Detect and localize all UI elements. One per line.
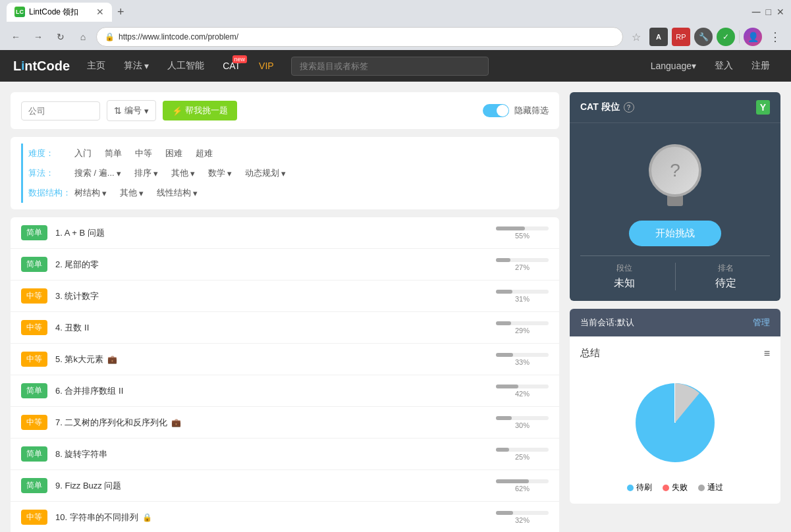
register-button[interactable]: 注册 <box>744 56 778 76</box>
progress-bar: 27% <box>496 258 549 271</box>
reload-button[interactable]: ↻ <box>51 28 70 46</box>
table-row[interactable]: 中等7. 二叉树的序列化和反序列化 💼 30% <box>11 407 559 439</box>
table-row[interactable]: 简单6. 合并排序数组 II 42% <box>11 375 559 407</box>
filter-ds-1[interactable]: 其他▾ <box>120 187 144 199</box>
progress-bar: 62% <box>496 479 549 492</box>
tab-close-button[interactable]: ✕ <box>96 7 104 17</box>
separator <box>739 30 740 43</box>
site-nav: LintCode 主页 算法▾ 人工智能 CAT new VIP Languag… <box>0 50 791 82</box>
nav-vip[interactable]: VIP <box>251 50 282 82</box>
nav-search[interactable] <box>291 57 489 76</box>
progress-bar: 25% <box>496 448 549 461</box>
ext-icon-4[interactable]: ✓ <box>717 28 735 46</box>
nav-ai[interactable]: 人工智能 <box>159 50 212 82</box>
search-input[interactable] <box>291 57 489 76</box>
legend-failed: 失败 <box>663 482 688 493</box>
company-input[interactable] <box>21 101 100 120</box>
cat-position-value: 待定 <box>682 277 771 290</box>
forward-button[interactable]: → <box>29 28 47 46</box>
hide-filter-toggle[interactable]: 隐藏筛选 <box>483 104 549 117</box>
summary-menu-icon[interactable]: ≡ <box>764 348 770 359</box>
session-card: 当前会话:默认 管理 总结 ≡ <box>570 309 780 504</box>
toggle-switch[interactable] <box>483 104 509 117</box>
problem-title: 2. 尾部的零 <box>55 259 496 271</box>
filter-ds-2[interactable]: 线性结构▾ <box>157 187 198 199</box>
home-button[interactable]: ⌂ <box>74 28 92 46</box>
session-manage-button[interactable]: 管理 <box>753 317 770 329</box>
site-logo[interactable]: LintCode <box>13 59 70 74</box>
difficulty-badge: 简单 <box>21 383 47 398</box>
profile-icon[interactable]: 👤 <box>744 28 762 46</box>
start-challenge-button[interactable]: 开始挑战 <box>629 221 721 246</box>
table-row[interactable]: 简单9. Fizz Buzz 问题 62% <box>11 470 559 502</box>
left-panel: ⇅ 编号 ▾ ⚡ 帮我挑一题 隐藏筛选 难度： 入门 简单 <box>11 92 559 532</box>
data-structure-label: 数据结构： <box>28 187 74 199</box>
table-row[interactable]: 中等5. 第k大元素 💼 33% <box>11 344 559 375</box>
new-tab-button[interactable]: + <box>112 5 130 19</box>
sort-button[interactable]: ⇅ 编号 ▾ <box>107 100 156 121</box>
difficulty-badge: 中等 <box>21 510 47 525</box>
minimize-button[interactable]: ─ <box>752 5 761 19</box>
filter-algo-0[interactable]: 搜索 / 遍...▾ <box>74 167 121 179</box>
nav-home[interactable]: 主页 <box>79 50 113 82</box>
filter-algo-4[interactable]: 动态规划▾ <box>245 167 286 179</box>
nav-algorithm[interactable]: 算法▾ <box>116 50 157 82</box>
logo-rest: ntCode <box>24 59 70 74</box>
problem-title: 5. 第k大元素 💼 <box>55 354 496 365</box>
ext-icon-3[interactable]: 🔧 <box>694 28 713 46</box>
menu-icon[interactable]: ⋮ <box>766 28 784 46</box>
table-row[interactable]: 中等3. 统计数字 31% <box>11 280 559 312</box>
browser-controls: ← → ↻ ⌂ 🔒 https://www.lintcode.com/probl… <box>0 24 791 50</box>
random-button[interactable]: ⚡ 帮我挑一题 <box>163 101 237 120</box>
filter-difficulty-4[interactable]: 超难 <box>196 147 213 159</box>
cat-position-stat: 排名 待定 <box>682 263 771 290</box>
algorithm-options: 搜索 / 遍...▾ 排序▾ 其他▾ 数学▾ 动态规划▾ <box>74 167 286 179</box>
table-row[interactable]: 中等4. 丑数 II 29% <box>11 312 559 344</box>
session-header: 当前会话:默认 管理 <box>570 309 780 336</box>
close-window-button[interactable]: ✕ <box>777 7 784 17</box>
problem-title: 4. 丑数 II <box>55 322 496 334</box>
problem-title: 3. 统计数字 <box>55 290 496 302</box>
table-row[interactable]: 简单8. 旋转字符串 25% <box>11 439 559 470</box>
filter-difficulty-1[interactable]: 简单 <box>105 147 122 159</box>
lock-icon: 🔒 <box>105 32 115 41</box>
login-button[interactable]: 登入 <box>707 56 741 76</box>
progress-bar: 55% <box>496 226 549 240</box>
back-button[interactable]: ← <box>7 28 25 46</box>
cat-title: CAT 段位 <box>580 101 620 113</box>
filter-ds-0[interactable]: 树结构▾ <box>74 187 107 199</box>
bookmark-icon[interactable]: ☆ <box>627 28 645 46</box>
algorithm-label: 算法： <box>28 167 74 179</box>
table-row[interactable]: 简单1. A + B 问题 55% <box>11 217 559 249</box>
cat-stats-divider <box>675 263 676 290</box>
legend-passed: 通过 <box>698 482 723 493</box>
filter-difficulty-0[interactable]: 入门 <box>74 147 92 159</box>
filter-algo-3[interactable]: 数学▾ <box>208 167 232 179</box>
nav-cat[interactable]: CAT new <box>215 50 248 82</box>
session-title: 当前会话:默认 <box>580 317 634 329</box>
language-button[interactable]: Language▾ <box>643 57 704 75</box>
browser-tab[interactable]: LC LintCode 领扣 ✕ <box>7 3 112 22</box>
difficulty-badge: 简单 <box>21 446 47 462</box>
address-bar[interactable]: 🔒 https://www.lintcode.com/problem/ <box>96 27 623 47</box>
legend-passed-label: 通过 <box>707 482 723 493</box>
ext-icon-1[interactable]: A <box>649 28 668 46</box>
filter-algo-1[interactable]: 排序▾ <box>134 167 158 179</box>
filter-difficulty-3[interactable]: 困难 <box>165 147 182 159</box>
filter-difficulty-2[interactable]: 中等 <box>135 147 152 159</box>
difficulty-options: 入门 简单 中等 困难 超难 <box>74 147 213 159</box>
legend-pending-label: 待刷 <box>636 482 652 493</box>
cat-help-icon[interactable]: ? <box>624 102 634 113</box>
maximize-button[interactable]: □ <box>766 7 771 17</box>
logo-lint: L <box>13 59 21 74</box>
table-row[interactable]: 简单2. 尾部的零 27% <box>11 249 559 280</box>
ext-icon-2[interactable]: RP <box>672 28 690 46</box>
medal-question-icon: ? <box>670 160 680 181</box>
summary-title-text: 总结 <box>580 347 600 359</box>
table-row[interactable]: 中等10. 字符串的不同排列 🔒 32% <box>11 502 559 532</box>
cat-rank-value: 未知 <box>580 277 668 290</box>
progress-bar: 31% <box>496 290 549 303</box>
filter-algo-2[interactable]: 其他▾ <box>171 167 195 179</box>
problem-title: 7. 二叉树的序列化和反序列化 💼 <box>55 417 496 429</box>
data-structure-options: 树结构▾ 其他▾ 线性结构▾ <box>74 187 198 199</box>
